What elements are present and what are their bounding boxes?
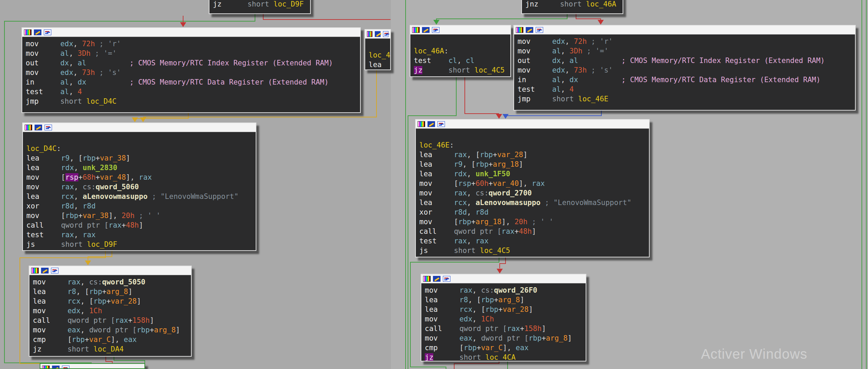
palette-icon (412, 27, 420, 33)
graph-icon (62, 366, 69, 369)
palette-icon (418, 121, 425, 127)
edit-icon (41, 268, 49, 273)
palette-icon (31, 268, 39, 273)
block-titlebar[interactable] (23, 123, 256, 132)
block-titlebar[interactable] (29, 266, 191, 275)
disassembly-code: test al, aljnz short loc_46A (522, 0, 623, 11)
block-titlebar[interactable] (365, 30, 390, 39)
edit-icon (375, 31, 380, 37)
palette-icon (42, 366, 50, 369)
graph-icon (383, 31, 388, 37)
palette-icon (24, 29, 31, 35)
block-titlebar[interactable] (416, 120, 649, 129)
basic-block-cmos-right[interactable]: mov edx, 72h ; 'r'mov al, 3Dh ; '='out d… (513, 25, 856, 111)
graph-icon (443, 276, 450, 282)
graph-icon (44, 125, 52, 130)
palette-icon (25, 125, 32, 130)
edit-icon (526, 27, 533, 33)
ida-graph-view: { "watermark": "Activer Windows", "legen… (0, 0, 868, 369)
disassembly-code: mov rax, cs:qword_5050lea r8, [rbp+arg_8… (29, 275, 191, 356)
graph-icon (44, 29, 51, 35)
edit-icon (52, 366, 60, 369)
basic-block-jnz-loc46A[interactable]: test al, aljnz short loc_46A (521, 0, 623, 14)
basic-block-clipped-middle[interactable]: loc_4lea (365, 29, 391, 70)
palette-icon (367, 31, 372, 37)
windows-activation-watermark: Activer Windows (701, 346, 807, 362)
disassembly-code: mov edx, 72h ; 'r'mov al, 3Dh ; '='out d… (22, 37, 360, 108)
graph-icon (51, 268, 59, 273)
palette-icon (423, 276, 431, 282)
edit-icon (422, 27, 430, 33)
edit-icon (35, 125, 42, 130)
disassembly-code: loc_4lea (365, 39, 390, 70)
block-titlebar[interactable] (410, 26, 510, 35)
edit-icon (433, 276, 441, 282)
disassembly-code: loc_46A:test cl, cljz short loc_4C5 (410, 35, 510, 77)
basic-block-jz-loc4CA[interactable]: mov rax, cs:qword_26F0lea r8, [rbp+arg_8… (421, 274, 586, 361)
block-titlebar[interactable] (22, 28, 360, 37)
edit-icon (34, 29, 41, 35)
basic-block-locD4C[interactable]: loc_D4C:lea r9, [rbp+var_38]lea rdx, unk… (22, 123, 256, 251)
graph-icon (437, 121, 445, 127)
block-titlebar[interactable] (421, 275, 586, 283)
palette-icon (516, 27, 523, 33)
basic-block-loc46A[interactable]: loc_46A:test cl, cljz short loc_4C5 (410, 25, 511, 77)
block-titlebar[interactable] (514, 26, 855, 35)
edit-icon (427, 121, 435, 127)
basic-block-clipped-bottom-left[interactable] (40, 363, 145, 369)
basic-block-loc46E[interactable]: loc_46E:lea rax, [rbp+var_28]lea r9, [rb… (415, 119, 650, 257)
disassembly-code: loc_46E:lea rax, [rbp+var_28]lea r9, [rb… (416, 129, 649, 257)
graph-icon (536, 27, 543, 33)
basic-block-cmos-left[interactable]: mov edx, 72h ; 'r'mov al, 3Dh ; '='out d… (22, 27, 361, 113)
basic-block-jz-locDA4[interactable]: mov rax, cs:qword_5050lea r8, [rbp+arg_8… (29, 266, 192, 357)
graph-icon (432, 27, 439, 33)
disassembly-code: mov rax, cs:qword_26F0lea r8, [rbp+arg_8… (421, 283, 586, 361)
block-titlebar[interactable] (40, 364, 144, 369)
disassembly-code: test cl, cljz short loc_D9F (209, 0, 310, 11)
disassembly-code: loc_D4C:lea r9, [rbp+var_38]lea rdx, unk… (23, 132, 256, 251)
basic-block-jz-locD9F[interactable]: test cl, cljz short loc_D9F (209, 0, 311, 14)
disassembly-code: mov edx, 72h ; 'r'mov al, 3Dh ; '='out d… (514, 35, 855, 106)
